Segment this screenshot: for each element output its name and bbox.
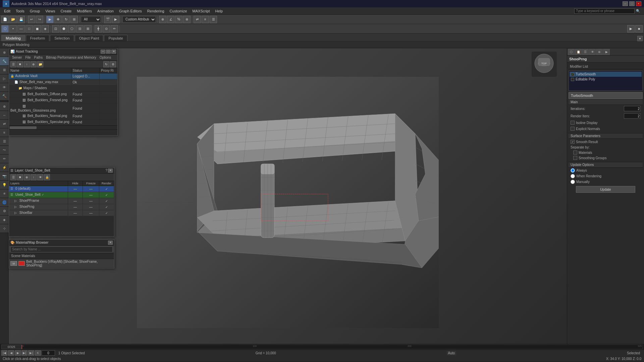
polygon-btn[interactable]: ◼: [34, 25, 41, 33]
key-mode-btn[interactable]: K: [35, 350, 41, 356]
table-row[interactable]: ▷ ShoeBar — — ✓: [9, 210, 114, 216]
table-row[interactable]: ▷ ShoePFrame — — ✓: [9, 198, 114, 204]
ts-iterations-input[interactable]: [624, 106, 641, 111]
ts-explicit-checkbox[interactable]: [571, 127, 575, 131]
play-anim-btn[interactable]: ▶: [15, 350, 21, 356]
bevel-btn[interactable]: ⬣: [60, 25, 67, 33]
light-left[interactable]: 💡: [0, 181, 9, 189]
go-end-btn[interactable]: ▶|: [28, 350, 34, 356]
menu-group[interactable]: Group: [27, 7, 43, 15]
align-left[interactable]: ≡: [0, 128, 9, 137]
layer-tb-move[interactable]: ↑: [31, 174, 37, 180]
render-btn[interactable]: ▶: [112, 16, 119, 23]
play-btn[interactable]: ▶: [627, 25, 635, 33]
layer-left[interactable]: ☰: [0, 137, 9, 146]
table-row[interactable]: 📁 Maps / Shaders: [9, 85, 117, 92]
spinner-snap-btn[interactable]: ⊛: [183, 16, 191, 23]
angle-snap-btn[interactable]: ∠: [167, 16, 174, 23]
tab-object-paint[interactable]: Object Paint: [75, 35, 104, 41]
viewport-selector[interactable]: All New: [81, 16, 101, 23]
scale-btn[interactable]: ⊞: [70, 16, 78, 23]
stop-btn[interactable]: ■: [635, 25, 643, 33]
modifier-checkbox-2[interactable]: [571, 78, 574, 81]
ts-isoline-checkbox[interactable]: [571, 121, 575, 125]
asset-hscroll-thumb[interactable]: [10, 126, 37, 129]
ts-render-iters-input[interactable]: [624, 113, 641, 119]
border-btn[interactable]: □: [25, 25, 33, 33]
table-row[interactable]: 🖼 Belt_Bucklers_Specular.png Found: [9, 119, 117, 125]
layer-btn[interactable]: ☰: [210, 16, 217, 23]
update-button[interactable]: Update: [576, 186, 635, 193]
table-row[interactable]: 🖼 Belt_Bucklers_Diffuse.png Found: [9, 92, 117, 98]
right-tb-1[interactable]: ⬡: [568, 49, 575, 55]
render-checkbox[interactable]: ✓: [105, 187, 108, 191]
camera-left[interactable]: 📷: [0, 172, 9, 181]
edge-btn[interactable]: —: [17, 25, 25, 33]
menu-customize[interactable]: Customize: [167, 7, 190, 15]
extra1-left[interactable]: ◈: [0, 216, 9, 224]
connect-btn[interactable]: ╋: [95, 25, 102, 33]
chamfer-btn[interactable]: ⬠: [68, 25, 75, 33]
table-row[interactable]: ☰ Used_Shoe_Belt ✓ — ✓: [9, 192, 114, 198]
asset-tb-2[interactable]: ✖: [17, 61, 23, 67]
render-checkbox-2[interactable]: ✓: [105, 193, 108, 197]
render-checkbox-3[interactable]: ✓: [105, 199, 108, 203]
menu-edit[interactable]: Edit: [1, 7, 13, 15]
asset-minimize-btn[interactable]: ─: [101, 50, 105, 54]
right-tb-5[interactable]: ⊕: [596, 49, 603, 55]
asset-maximize-btn[interactable]: □: [106, 50, 111, 54]
mirror-btn[interactable]: ⇌: [194, 16, 201, 23]
helper-left[interactable]: ✳: [0, 189, 9, 198]
modifier-checkbox-1[interactable]: ✓: [571, 73, 574, 76]
table-row[interactable]: ☰ 0 (default) — — ✓: [9, 186, 114, 192]
hierarchy-tab[interactable]: ⊞: [0, 66, 9, 74]
snap-left[interactable]: ⊕: [0, 102, 9, 111]
new-btn[interactable]: 📄: [1, 16, 9, 23]
auto-key-btn[interactable]: Auto: [447, 351, 457, 355]
modify-tab[interactable]: 🔧: [0, 57, 9, 66]
ts-materials-checkbox[interactable]: [573, 150, 577, 155]
system-left[interactable]: ⚙: [0, 207, 9, 216]
menu-modifiers[interactable]: Modifiers: [74, 7, 95, 15]
table-row[interactable]: 🖼 Belt_Bucklers_Glossiness.png Found: [9, 104, 117, 113]
ts-smooth-result-checkbox[interactable]: ✓: [571, 140, 575, 144]
table-row[interactable]: 📄 Shoe_Belt_max_vray.max Ok: [9, 79, 117, 85]
paint-deform-btn[interactable]: ✏: [111, 25, 118, 33]
display-tab[interactable]: 👁: [0, 83, 9, 92]
modifier-item-turbosmoooth[interactable]: ✓ TurboSmooth: [570, 72, 642, 77]
menu-rendering[interactable]: Rendering: [145, 7, 167, 15]
layer-help-btn[interactable]: ?: [105, 169, 107, 172]
layer-close-btn[interactable]: ✕: [108, 169, 113, 173]
go-start-btn[interactable]: |◀: [1, 350, 7, 356]
menu-help[interactable]: Help: [213, 7, 226, 15]
move-btn[interactable]: ✥: [54, 16, 62, 23]
asset-menu-bitmap[interactable]: Bitmap Performance and Memory: [44, 56, 98, 59]
asset-tb-4[interactable]: ⊕: [31, 61, 37, 67]
menu-animation[interactable]: Animation: [95, 7, 116, 15]
asset-menu-file[interactable]: File: [23, 56, 32, 59]
asset-menu-paths[interactable]: Paths: [33, 56, 45, 59]
render-checkbox-5[interactable]: ✓: [105, 212, 108, 215]
layer-tb-add[interactable]: ☰: [10, 174, 16, 180]
close-button[interactable]: ✕: [636, 1, 641, 6]
menu-tools[interactable]: Tools: [13, 7, 27, 15]
table-row[interactable]: 🖼 Belt_Bucklers_Normal.png Found: [9, 113, 117, 119]
spacewarp-left[interactable]: 🌀: [0, 198, 9, 207]
layer-tb-add2[interactable]: ⊕: [24, 174, 30, 180]
save-btn[interactable]: 💾: [17, 16, 25, 23]
reactor-left[interactable]: ⚡: [0, 163, 9, 172]
render-checkbox-4[interactable]: ✓: [105, 205, 108, 209]
asset-tb-refresh[interactable]: ↻: [103, 61, 109, 67]
prev-frame-btn[interactable]: ◀: [8, 350, 14, 356]
table-row[interactable]: 🔒 Autodesk Vault Logged O...: [9, 73, 117, 79]
menu-graph-editors[interactable]: Graph Editors: [116, 7, 145, 15]
asset-tb-settings[interactable]: ⚙: [110, 61, 116, 67]
ts-smoothing-checkbox[interactable]: [573, 156, 577, 160]
minimize-button[interactable]: ─: [623, 1, 628, 6]
percent-snap-btn[interactable]: %: [175, 16, 182, 23]
asset-hscrollbar[interactable]: [9, 125, 117, 129]
right-tb-6[interactable]: ▶: [603, 49, 610, 55]
asset-tb-3[interactable]: ↑: [24, 61, 30, 67]
snap-btn[interactable]: ⊕: [159, 16, 166, 23]
extrude-btn[interactable]: ⊡: [52, 25, 59, 33]
